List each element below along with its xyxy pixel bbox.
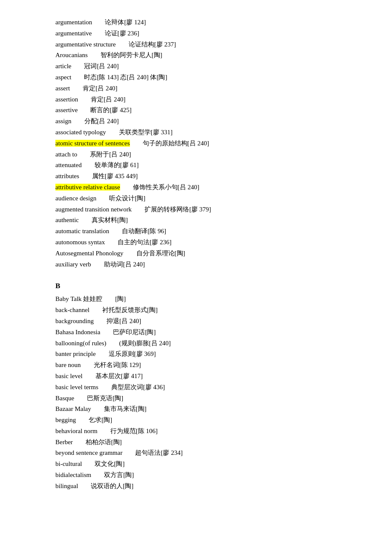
section-header-b: B [55,282,366,290]
highlighted-term: attributive relative clause [55,184,120,191]
term: back-channel [55,306,89,313]
list-item: Basque 巴斯克语[陶] [55,393,366,404]
term: autonomous syntax [55,239,105,246]
section-b-header: B [55,282,366,290]
term: audience design [55,195,96,202]
list-item: autonomous syntax 自主的句法[廖 236] [55,237,366,248]
entries-section-a: argumentation 论辩体[廖 124]argumentative 论证… [55,17,366,270]
list-item: behavioral norm 行为规范[陈 106] [55,426,366,437]
main-content: argumentation 论辩体[廖 124]argumentative 论证… [55,17,366,492]
list-item: banter principle 逗乐原则[廖 369] [55,349,366,360]
list-item: audience design 听众设计[陶] [55,193,366,204]
term: Bahasa Indonesia [55,329,100,335]
list-item: assertion 肯定[吕 240] [55,94,366,105]
list-item: begging 乞求[陶] [55,415,366,426]
term: attenuated [55,162,82,168]
term: attributes [55,173,79,179]
list-item: automatic translation 自动翻译[陈 96] [55,226,366,237]
term: basic level terms [55,384,98,390]
term: argumentative structure [55,41,116,48]
list-item: bilingual 说双语的人[陶] [55,481,366,492]
list-item: ballooning(of rules) (规则)膨胀[吕 240] [55,338,366,349]
term: Bazaar Malay [55,405,91,412]
term: behavioral norm [55,428,98,434]
term: article [55,63,71,69]
highlighted-term: atomic structure of sentences [55,140,130,147]
term: bidialectalism [55,471,91,478]
term: beyond sentence grammar [55,449,122,456]
term: authentic [55,217,79,223]
term: basic level [55,373,83,379]
list-item: backgrounding 抑退[吕 240] [55,316,366,327]
list-item: attenuated 较单薄的[廖 61] [55,160,366,171]
list-item: Bazaar Malay 集市马来话[陶] [55,404,366,415]
list-item: aspect 时态[陈 143] 态[吕 240] 体[陶] [55,72,366,83]
term: banter principle [55,350,96,357]
term: bilingual [55,483,78,489]
list-item: attributes 属性[廖 435 449] [55,171,366,182]
list-item: assign 分配[吕 240] [55,116,366,127]
list-item: Autosegmental Phonology 自分音系理论[陶] [55,248,366,259]
term: ballooning(of rules) [55,340,107,347]
list-item: beyond sentence grammar 超句语法[廖 234] [55,448,366,459]
term: aspect [55,74,71,81]
list-item: bi-cultural 双文化[陶] [55,459,366,470]
list-item: Bahasa Indonesia 巴萨印尼话[陶] [55,327,366,338]
term: attach to [55,151,77,158]
term: Autosegmental Phonology [55,250,124,257]
term: augmented transition network [55,206,132,213]
entries-section-b: Baby Talk 娃娃腔 [陶]back-channel 衬托型反馈形式[陶]… [55,294,366,491]
term: Baby Talk 娃娃腔 [55,295,102,302]
list-item: back-channel 衬托型反馈形式[陶] [55,305,366,316]
list-item: argumentation 论辩体[廖 124] [55,17,366,28]
term: auxiliary verb [55,261,91,268]
list-item: attach to 系附于[吕 240] [55,149,366,160]
list-item: assertive 断言的[廖 425] [55,105,366,116]
list-item: basic level 基本层次[廖 417] [55,371,366,382]
list-item: Berber 柏柏尔语[陶] [55,437,366,448]
list-item: Aroucanians 智利的阿劳卡尼人[陶] [55,50,366,61]
term: associated typology [55,129,106,136]
list-item: argumentative 论证[廖 236] [55,28,366,39]
term: automatic translation [55,228,109,234]
list-item: bidialectalism 双方言[陶] [55,470,366,481]
term: Aroucanians [55,52,88,58]
term: argumentation [55,19,92,26]
term: bare noun [55,361,81,368]
list-item: bare noun 光杆名词[陈 129] [55,360,366,371]
list-item: Baby Talk 娃娃腔 [陶] [55,294,366,305]
term: bi-cultural [55,460,82,467]
list-item: associated typology 关联类型学[廖 331] [55,127,366,138]
term: assign [55,118,72,124]
term: begging [55,416,76,423]
list-item: augmented transition network 扩展的转移网络[廖 3… [55,204,366,215]
term: assert [55,85,70,92]
term: Berber [55,439,73,445]
list-item: atomic structure of sentences 句子的原始结构[吕 … [55,138,366,149]
list-item: auxiliary verb 助动词[吕 240] [55,259,366,270]
term: assertion [55,96,78,103]
list-item: basic level terms 典型层次词[廖 436] [55,382,366,393]
list-item: authentic 真实材料[陶] [55,215,366,226]
list-item: argumentative structure 论证结构[廖 237] [55,39,366,50]
term: argumentative [55,30,92,37]
term: assertive [55,107,78,113]
list-item: article 冠词[吕 240] [55,61,366,72]
term: Basque [55,395,74,402]
list-item: attributive relative clause 修饰性关系小句[吕 24… [55,182,366,193]
term: backgrounding [55,318,94,324]
list-item: assert 肯定[吕 240] [55,83,366,94]
